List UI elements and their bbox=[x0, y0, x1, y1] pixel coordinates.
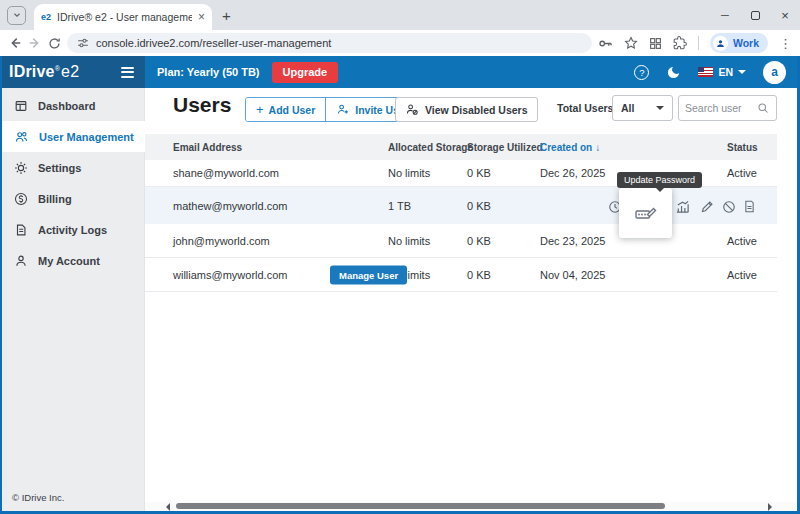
table-row[interactable]: john@myworld.com No limits 0 KB Dec 23, … bbox=[145, 224, 777, 258]
search-input[interactable] bbox=[685, 102, 753, 114]
url-text: console.idrivee2.com/reseller-user-manag… bbox=[96, 37, 331, 49]
col-email[interactable]: Email Address bbox=[173, 142, 388, 153]
col-allocated[interactable]: Allocated Storage bbox=[388, 142, 467, 153]
update-password-tooltip: Update Password bbox=[617, 172, 702, 188]
table-row[interactable]: williams@myworld.com Manage User No limi… bbox=[145, 258, 777, 292]
col-utilized[interactable]: Storage Utilized bbox=[467, 142, 540, 153]
minimize-button[interactable]: ─ bbox=[710, 0, 740, 30]
document-icon bbox=[14, 223, 28, 237]
logo-block: IDrive®e2 bbox=[0, 56, 145, 88]
address-bar[interactable]: console.idrivee2.com/reseller-user-manag… bbox=[67, 33, 592, 53]
storage-utilized: 0 KB bbox=[467, 235, 540, 247]
users-icon bbox=[14, 130, 29, 144]
view-disabled-users-button[interactable]: View Disabled Users bbox=[395, 97, 538, 122]
extensions-puzzle-icon[interactable] bbox=[673, 36, 687, 50]
language-selector[interactable]: EN bbox=[698, 66, 746, 78]
scroll-left-arrow[interactable] bbox=[166, 503, 170, 511]
scroll-right-arrow[interactable] bbox=[768, 503, 772, 511]
app-header: IDrive®e2 Plan: Yearly (50 TB) Upgrade ?… bbox=[0, 56, 800, 88]
sidebar-item-activity-logs[interactable]: Activity Logs bbox=[0, 214, 145, 245]
status-badge: Active bbox=[727, 235, 777, 247]
browser-toolbar: console.idrivee2.com/reseller-user-manag… bbox=[0, 30, 800, 56]
tab-close-icon[interactable]: × bbox=[198, 11, 205, 23]
user-email: john@myworld.com bbox=[173, 235, 388, 247]
tab-title: IDrive® e2 - User management bbox=[57, 11, 192, 23]
upgrade-button[interactable]: Upgrade bbox=[272, 62, 339, 83]
close-button[interactable]: × bbox=[770, 0, 800, 30]
update-password-icon[interactable] bbox=[635, 204, 657, 222]
disable-icon[interactable] bbox=[722, 200, 736, 214]
site-info-icon[interactable] bbox=[77, 37, 89, 49]
maximize-button[interactable] bbox=[740, 0, 770, 30]
update-password-card[interactable] bbox=[619, 188, 672, 238]
toolbar-right: Work ⋮ bbox=[598, 33, 792, 53]
usage-stats-icon[interactable] bbox=[675, 199, 690, 214]
horizontal-scrollbar[interactable] bbox=[145, 502, 797, 511]
sidebar-item-user-management[interactable]: User Management bbox=[0, 121, 145, 152]
language-code: EN bbox=[718, 66, 733, 78]
window-controls: ─ × bbox=[710, 0, 800, 30]
browser-menu-icon[interactable]: ⋮ bbox=[779, 36, 792, 51]
password-manager-icon[interactable] bbox=[598, 36, 613, 51]
sidebar-item-billing[interactable]: Billing bbox=[0, 183, 145, 214]
status-badge: Active bbox=[727, 269, 777, 281]
sidebar-item-dashboard[interactable]: Dashboard bbox=[0, 90, 145, 121]
hamburger-menu-icon[interactable] bbox=[121, 67, 134, 78]
sort-desc-icon: ↓ bbox=[595, 142, 600, 153]
sidebar-label: Activity Logs bbox=[38, 224, 107, 236]
new-tab-button[interactable]: + bbox=[222, 7, 231, 24]
dollar-circle-icon bbox=[14, 192, 28, 206]
storage-utilized: 0 KB bbox=[467, 200, 540, 212]
maximize-icon bbox=[751, 11, 760, 20]
view-disabled-label: View Disabled Users bbox=[425, 104, 528, 116]
tab-strip: e2 IDrive® e2 - User management × + ─ × bbox=[0, 0, 800, 30]
status-badge: Active bbox=[727, 167, 777, 179]
sidebar-item-my-account[interactable]: My Account bbox=[0, 245, 145, 276]
chevron-down-icon bbox=[738, 70, 746, 78]
allocated-storage: 1 TB bbox=[388, 200, 467, 212]
dashboard-icon bbox=[14, 99, 28, 113]
add-user-label: Add User bbox=[269, 104, 316, 116]
bookmark-star-icon[interactable] bbox=[624, 36, 638, 50]
allocated-storage: No limits bbox=[388, 167, 467, 179]
back-button[interactable] bbox=[8, 36, 22, 50]
sidebar-label: Dashboard bbox=[38, 100, 95, 112]
sidebar-label: Billing bbox=[38, 193, 72, 205]
idrive-e2-logo: IDrive®e2 bbox=[9, 63, 79, 81]
back-icon bbox=[8, 36, 22, 50]
col-status[interactable]: Status bbox=[727, 142, 777, 153]
storage-utilized: 0 KB bbox=[467, 269, 540, 281]
account-avatar[interactable]: a bbox=[763, 61, 786, 84]
us-flag-icon bbox=[698, 67, 713, 77]
tab-search-button[interactable] bbox=[7, 6, 26, 25]
plan-label: Plan: Yearly (50 TB) bbox=[157, 66, 260, 78]
user-email: shane@myworld.com bbox=[173, 167, 388, 179]
logs-icon[interactable] bbox=[743, 199, 756, 214]
help-icon[interactable]: ? bbox=[634, 65, 649, 80]
main-content: Users + Add User Invite Users View Disab… bbox=[145, 88, 800, 502]
forward-icon bbox=[28, 36, 42, 50]
reload-icon bbox=[48, 37, 61, 50]
app-header-right: ? EN a bbox=[634, 61, 800, 84]
search-icon[interactable] bbox=[757, 102, 769, 114]
user-filter-dropdown[interactable]: All bbox=[612, 95, 673, 121]
browser-tab[interactable]: e2 IDrive® e2 - User management × bbox=[34, 4, 212, 30]
profile-chip[interactable]: Work bbox=[710, 33, 768, 53]
edit-icon[interactable] bbox=[700, 200, 714, 214]
extension-grid-icon[interactable] bbox=[649, 37, 662, 50]
manage-user-button[interactable]: Manage User bbox=[330, 265, 407, 284]
forward-button[interactable] bbox=[28, 36, 42, 50]
col-created-sort[interactable]: Created on↓ bbox=[540, 142, 727, 153]
reload-button[interactable] bbox=[48, 37, 61, 50]
window-edge-left bbox=[0, 56, 2, 514]
sidebar-item-settings[interactable]: Settings bbox=[0, 152, 145, 183]
dark-mode-moon-icon[interactable] bbox=[666, 65, 681, 80]
search-box bbox=[678, 95, 777, 121]
gear-icon bbox=[14, 161, 28, 175]
copyright-footer: © IDrive Inc. bbox=[12, 492, 64, 503]
sidebar: Dashboard User Management Settings Billi… bbox=[0, 88, 145, 511]
scrollbar-thumb[interactable] bbox=[176, 503, 665, 509]
toolbar-divider bbox=[698, 36, 699, 50]
add-user-button[interactable]: + Add User bbox=[246, 98, 325, 121]
user-email: mathew@myworld.com bbox=[173, 200, 388, 212]
